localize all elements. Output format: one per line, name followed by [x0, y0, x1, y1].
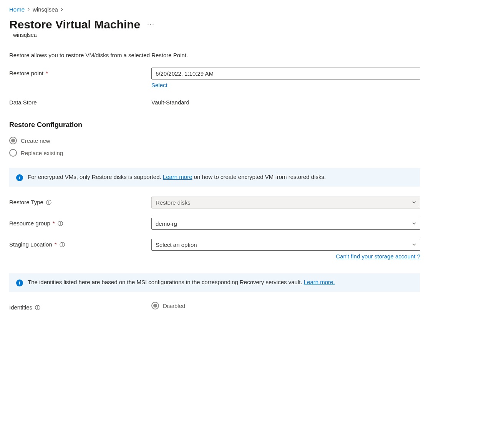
svg-point-7	[62, 243, 63, 244]
info-text: For encrypted VMs, only Restore disks is…	[28, 174, 163, 180]
more-actions-button[interactable]: ···	[146, 20, 156, 30]
svg-point-4	[60, 222, 61, 223]
resource-group-select[interactable]: demo-rg	[151, 218, 420, 230]
restore-type-label: Restore Type	[9, 197, 151, 205]
restore-type-select: Restore disks	[151, 197, 420, 208]
breadcrumb-item[interactable]: winsqlsea	[33, 6, 58, 13]
info-text: The identities listed here are based on …	[28, 279, 304, 285]
staging-location-label: Staging Location *	[9, 239, 151, 248]
info-icon: i	[16, 174, 23, 181]
radio-create-new-label: Create new	[21, 137, 50, 144]
restore-point-select-link[interactable]: Select	[151, 82, 167, 88]
staging-location-select[interactable]: Select an option	[151, 239, 420, 251]
info-icon[interactable]	[46, 199, 52, 205]
svg-rect-5	[60, 223, 60, 225]
cant-find-storage-link[interactable]: Can't find your storage account ?	[336, 253, 420, 260]
svg-rect-2	[48, 202, 49, 203]
breadcrumb-home[interactable]: Home	[9, 6, 25, 13]
info-text: on how to create encrypted VM from resto…	[192, 174, 326, 180]
identities-disabled-label: Disabled	[163, 303, 185, 309]
breadcrumb: Home winsqlsea	[9, 6, 495, 13]
learn-more-identities-link[interactable]: Learn more.	[304, 279, 335, 285]
resource-group-label: Resource group *	[9, 218, 151, 227]
info-icon[interactable]	[59, 242, 65, 248]
svg-rect-8	[62, 244, 62, 246]
radio-checked-icon	[9, 137, 17, 144]
encrypted-vm-info: i For encrypted VMs, only Restore disks …	[9, 168, 420, 187]
required-asterisk: *	[46, 70, 48, 76]
radio-replace-existing-label: Replace existing	[21, 150, 63, 156]
restore-point-input[interactable]	[151, 68, 420, 79]
required-asterisk: *	[55, 241, 57, 248]
chevron-right-icon	[60, 7, 64, 12]
restore-point-label: Restore point *	[9, 68, 151, 76]
info-icon: i	[16, 280, 23, 286]
svg-rect-11	[37, 307, 38, 309]
restore-type-value: Restore disks	[151, 197, 420, 208]
identities-label: Identities	[9, 302, 151, 311]
data-store-label: Data Store	[9, 97, 151, 106]
svg-point-10	[37, 306, 38, 307]
info-icon[interactable]	[35, 304, 41, 311]
info-icon[interactable]	[57, 220, 63, 227]
restore-configuration-header: Restore Configuration	[9, 121, 495, 129]
learn-more-link[interactable]: Learn more	[163, 174, 192, 180]
identities-info: i The identities listed here are based o…	[9, 273, 420, 292]
radio-replace-existing[interactable]: Replace existing	[9, 149, 495, 157]
svg-point-1	[48, 201, 49, 202]
page-title: Restore Virtual Machine	[9, 18, 140, 31]
radio-create-new[interactable]: Create new	[9, 137, 495, 144]
radio-unchecked-icon	[9, 149, 17, 157]
radio-checked-icon	[151, 302, 159, 309]
chevron-right-icon	[27, 7, 30, 12]
resource-group-value: demo-rg	[151, 218, 420, 230]
staging-location-placeholder: Select an option	[151, 239, 420, 251]
identities-disabled-radio[interactable]: Disabled	[151, 302, 420, 309]
data-store-value: Vault-Standard	[151, 97, 420, 106]
required-asterisk: *	[53, 220, 55, 227]
page-subtitle: winsqlsea	[13, 32, 495, 38]
page-description: Restore allows you to restore VM/disks f…	[9, 52, 495, 58]
